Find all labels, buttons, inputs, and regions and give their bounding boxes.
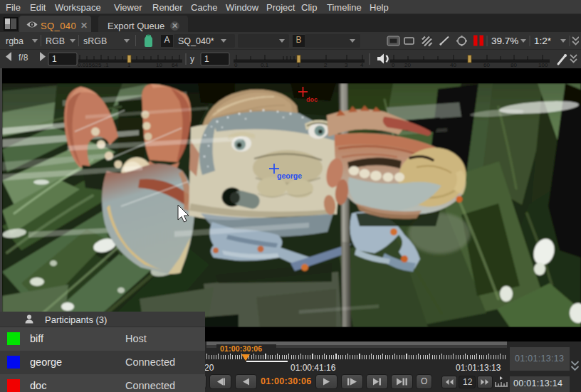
- svg-text:64: 64: [172, 62, 178, 68]
- svg-text:1: 1: [204, 54, 209, 64]
- svg-text:80: 80: [511, 62, 517, 68]
- svg-text:george: george: [277, 171, 302, 180]
- svg-text:1:2*: 1:2*: [534, 36, 552, 46]
- svg-text:f/8: f/8: [19, 53, 28, 63]
- svg-text:1: 1: [52, 54, 57, 64]
- svg-text:y: y: [190, 54, 194, 64]
- svg-text:0.015625: 0.015625: [78, 62, 102, 68]
- svg-text:20: 20: [404, 62, 411, 68]
- svg-text:2: 2: [324, 62, 328, 68]
- svg-text:0.1: 0.1: [261, 62, 269, 68]
- svg-text:4: 4: [360, 62, 364, 68]
- svg-text:39.7%: 39.7%: [491, 36, 518, 46]
- svg-text:3: 3: [345, 62, 348, 68]
- svg-text:100: 100: [538, 62, 548, 68]
- svg-text:0: 0: [234, 62, 238, 68]
- svg-text:.1: .1: [104, 62, 109, 68]
- svg-text:60: 60: [483, 62, 490, 68]
- svg-text:doc: doc: [306, 96, 318, 103]
- svg-text:0: 0: [392, 62, 395, 68]
- svg-text:10: 10: [156, 62, 162, 68]
- svg-text:40: 40: [450, 62, 456, 68]
